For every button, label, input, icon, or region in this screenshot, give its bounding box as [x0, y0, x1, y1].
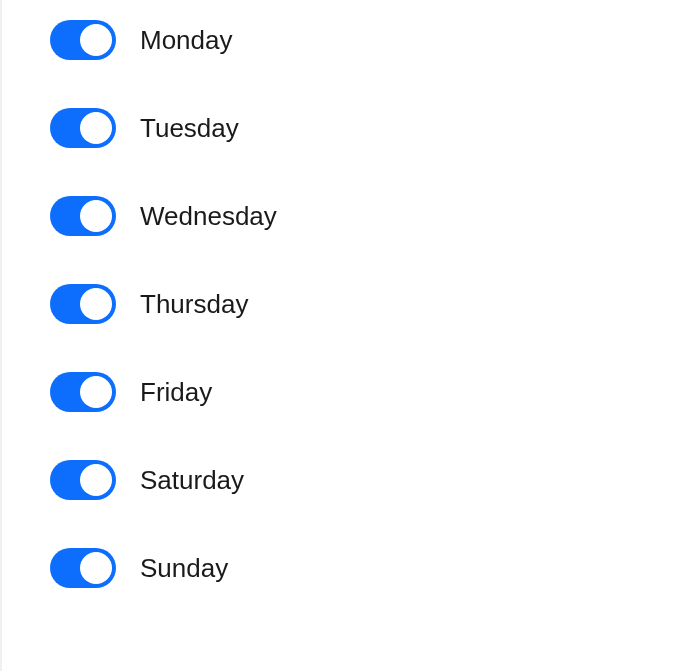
toggle-row-tuesday: Tuesday	[50, 108, 700, 148]
toggle-label-monday: Monday	[140, 25, 233, 56]
toggle-row-friday: Friday	[50, 372, 700, 412]
toggle-knob-icon	[80, 376, 112, 408]
toggle-tuesday[interactable]	[50, 108, 116, 148]
toggle-label-saturday: Saturday	[140, 465, 244, 496]
day-toggle-list: Monday Tuesday Wednesday Thursday Friday…	[50, 20, 700, 588]
toggle-wednesday[interactable]	[50, 196, 116, 236]
toggle-knob-icon	[80, 552, 112, 584]
toggle-row-monday: Monday	[50, 20, 700, 60]
toggle-label-wednesday: Wednesday	[140, 201, 277, 232]
toggle-knob-icon	[80, 464, 112, 496]
toggle-friday[interactable]	[50, 372, 116, 412]
toggle-label-friday: Friday	[140, 377, 212, 408]
toggle-label-sunday: Sunday	[140, 553, 228, 584]
toggle-row-wednesday: Wednesday	[50, 196, 700, 236]
toggle-monday[interactable]	[50, 20, 116, 60]
toggle-saturday[interactable]	[50, 460, 116, 500]
toggle-knob-icon	[80, 112, 112, 144]
toggle-row-sunday: Sunday	[50, 548, 700, 588]
toggle-knob-icon	[80, 288, 112, 320]
toggle-knob-icon	[80, 24, 112, 56]
toggle-knob-icon	[80, 200, 112, 232]
toggle-row-thursday: Thursday	[50, 284, 700, 324]
toggle-thursday[interactable]	[50, 284, 116, 324]
toggle-label-thursday: Thursday	[140, 289, 248, 320]
toggle-row-saturday: Saturday	[50, 460, 700, 500]
toggle-sunday[interactable]	[50, 548, 116, 588]
toggle-label-tuesday: Tuesday	[140, 113, 239, 144]
